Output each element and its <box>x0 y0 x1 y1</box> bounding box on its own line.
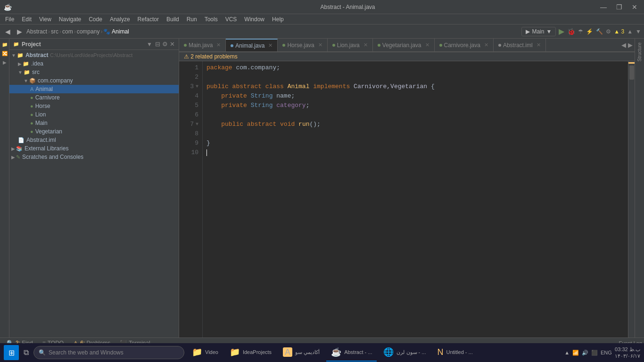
tree-horse[interactable]: ● Horse <box>9 102 179 110</box>
collapse-all-icon[interactable]: ⊟ <box>155 41 160 48</box>
project-icon[interactable]: 📁 <box>1 41 8 49</box>
tree-com-company[interactable]: ▼ 📦 com.company <box>9 76 179 85</box>
tab-veg-close[interactable]: ✕ <box>425 42 429 48</box>
taskbar-app-academy[interactable]: A أكاديمي سو <box>278 344 324 362</box>
settings-icon[interactable]: ⚙ <box>162 41 168 48</box>
scratch-expand-arrow[interactable]: ▶ <box>11 155 15 160</box>
menu-navigate[interactable]: Navigate <box>56 15 84 24</box>
menu-help[interactable]: Help <box>269 15 287 24</box>
expand-warnings[interactable]: ▲ <box>627 28 633 35</box>
tab-main-close[interactable]: ✕ <box>216 42 221 48</box>
taskbar-app-browser[interactable]: 🌐 سون لرن - ... <box>379 344 430 362</box>
tab-horse-java[interactable]: Horse.java ✕ <box>278 39 327 52</box>
minimize-button[interactable]: — <box>597 2 610 12</box>
menu-file[interactable]: File <box>2 15 17 24</box>
menu-refactor[interactable]: Refactor <box>134 15 162 24</box>
run-icon[interactable]: ▶ <box>2 58 8 66</box>
taskbar-app-video[interactable]: 📁 Video <box>187 344 223 362</box>
scroll-thumb[interactable] <box>629 66 634 80</box>
breadcrumb-current[interactable]: 🐾 Animal <box>103 28 129 35</box>
menu-build[interactable]: Build <box>163 15 182 24</box>
menu-analyze[interactable]: Analyze <box>107 15 133 24</box>
com-expand-arrow[interactable]: ▼ <box>24 78 28 83</box>
code-editor[interactable]: package com.company; public abstract cla… <box>203 61 628 337</box>
breadcrumb-company[interactable]: company <box>77 28 100 35</box>
tree-carnivore[interactable]: ● Carnivore <box>9 93 179 102</box>
run-button[interactable]: ▶ <box>559 27 564 36</box>
forward-button[interactable]: ▶ <box>15 27 25 36</box>
tree-root[interactable]: ▼ 📁 Abstract C:\Users\Lord\IdeaProjects\… <box>9 51 179 59</box>
tree-animal[interactable]: A Animal <box>9 85 179 93</box>
tab-carn-close[interactable]: ✕ <box>484 42 488 48</box>
root-expand-arrow[interactable]: ▼ <box>11 53 16 58</box>
menu-code[interactable]: Code <box>85 15 106 24</box>
menu-run[interactable]: Run <box>183 15 200 24</box>
task-view-button[interactable]: ⧉ <box>22 346 31 359</box>
src-expand-arrow[interactable]: ▼ <box>18 70 23 75</box>
tab-scroll-right[interactable]: ▶ <box>628 41 633 49</box>
tab-animal-close[interactable]: ✕ <box>268 42 272 49</box>
editor-scrollbar[interactable] <box>628 61 635 337</box>
tab-main-java[interactable]: Main.java ✕ <box>179 39 226 52</box>
fold-3[interactable]: ▼ <box>196 82 198 91</box>
tree-vegetarian[interactable]: ● Vegetarian <box>9 127 179 136</box>
taskbar-app-untitled[interactable]: N Untitled - ... <box>432 344 477 362</box>
tab-iml-close[interactable]: ✕ <box>537 42 541 48</box>
menu-edit[interactable]: Edit <box>18 15 35 24</box>
coverage-button[interactable]: ☂ <box>578 28 583 35</box>
back-button[interactable]: ◀ <box>3 27 13 36</box>
tray-network[interactable]: 📶 <box>572 350 579 356</box>
start-button[interactable]: ⊞ <box>4 345 19 360</box>
fold-7[interactable]: ▼ <box>196 120 198 129</box>
maximize-button[interactable]: ❐ <box>613 2 625 12</box>
tab-animal-java[interactable]: Animal.java ✕ <box>226 39 278 52</box>
close-panel-icon[interactable]: ✕ <box>170 41 175 48</box>
tab-carnivore-java[interactable]: Carnivore.java ✕ <box>435 39 494 52</box>
tray-expand[interactable]: ▲ <box>564 350 570 355</box>
taskbar-search[interactable]: 🔍 Search the web and Windows <box>33 346 184 359</box>
idea-expand-arrow[interactable]: ▶ <box>18 61 22 66</box>
code-line-10 <box>206 148 624 157</box>
tree-external-libraries[interactable]: ▶ 📚 External Libraries <box>9 144 179 153</box>
debug-button[interactable]: 🐞 <box>567 28 575 35</box>
menu-tools[interactable]: Tools <box>201 15 221 24</box>
tray-lang[interactable]: ENG <box>601 350 612 355</box>
tab-lion-java[interactable]: Lion.java ✕ <box>328 39 373 52</box>
tab-horse-close[interactable]: ✕ <box>318 42 322 48</box>
taskbar: ⊞ ⧉ 🔍 Search the web and Windows 📁 Video… <box>0 343 644 362</box>
ext-expand-arrow[interactable]: ▶ <box>11 146 15 151</box>
tray-clock[interactable]: 03:32 ب.ظ ۱۴۰۳/۰۶/۱۷ <box>615 346 640 359</box>
project-panel-dropdown[interactable]: ▼ <box>147 41 152 48</box>
tab-scroll-left[interactable]: ◀ <box>621 41 626 49</box>
breadcrumb-com[interactable]: com <box>62 28 73 35</box>
menu-vcs[interactable]: VCS <box>222 15 240 24</box>
build-button[interactable]: 🔨 <box>596 28 603 35</box>
tree-lion[interactable]: ● Lion <box>9 110 179 119</box>
warning-count[interactable]: ▲ 3 <box>614 28 624 35</box>
tree-scratches[interactable]: ▶ ✎ Scratches and Consoles <box>9 153 179 161</box>
menu-view[interactable]: View <box>36 15 55 24</box>
tree-main[interactable]: ● Main <box>9 119 179 127</box>
tree-idea[interactable]: ▶ 📁 .idea <box>9 59 179 68</box>
structure-label[interactable]: Structure <box>636 41 643 64</box>
run-config[interactable]: ▶ Main ▼ <box>521 27 556 36</box>
tray-volume[interactable]: 🔊 <box>582 350 588 356</box>
tree-src[interactable]: ▼ 📁 src <box>9 68 179 76</box>
settings-button[interactable]: ⚙ <box>606 28 611 35</box>
menu-window[interactable]: Window <box>241 15 268 24</box>
close-button[interactable]: ✕ <box>629 2 640 12</box>
tab-lion-close[interactable]: ✕ <box>363 42 368 48</box>
tab-abstract-iml[interactable]: Abstract.iml ✕ <box>494 39 546 52</box>
profiler-button[interactable]: ⚡ <box>586 28 593 35</box>
tree-abstract-iml[interactable]: 📄 Abstract.iml <box>9 136 179 144</box>
taskbar-app-ideaprojects[interactable]: 📁 IdeaProjects <box>225 344 276 362</box>
collapse-warnings[interactable]: ▼ <box>636 28 641 35</box>
package-icon: 📦 <box>29 78 36 84</box>
commit-icon[interactable]: 🔀 <box>1 49 8 58</box>
breadcrumb-src[interactable]: src <box>51 28 58 35</box>
tray-notification[interactable]: ⬛ <box>591 350 598 356</box>
tab-vegetarian-java[interactable]: Vegetarian.java ✕ <box>373 39 435 52</box>
breadcrumb-abstract[interactable]: Abstract <box>26 28 47 35</box>
problem-banner[interactable]: ⚠ 2 related problems <box>179 52 635 61</box>
taskbar-app-abstract[interactable]: ☕ Abstract - ... <box>326 344 377 362</box>
